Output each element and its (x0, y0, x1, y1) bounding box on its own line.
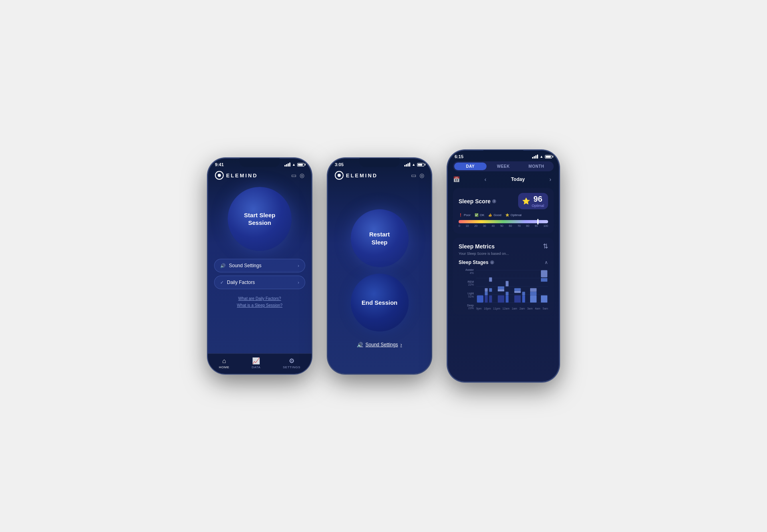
optimal-icon: ⭐ (505, 213, 509, 217)
time-1am: 1am (512, 307, 517, 310)
date-label: Today (511, 177, 525, 182)
wifi-icon-3: ▲ (540, 155, 543, 159)
notch-1 (240, 158, 280, 167)
phone-1: 9:41 ▲ ELEMIND ▭ ◎ (208, 158, 312, 374)
stages-collapse-btn[interactable]: ∧ (544, 260, 548, 265)
ok-icon: ✅ (475, 213, 479, 217)
score-bar-marker (537, 219, 538, 224)
logo-circle-2 (335, 171, 344, 180)
time-10pm: 10pm (484, 307, 491, 310)
chart-labels: Awake 4% REM 22% Light 51% (459, 268, 474, 310)
notch-2 (360, 158, 399, 167)
signal-icon-3 (532, 155, 538, 159)
wifi-icon-2: ▲ (412, 163, 415, 167)
poor-icon: ❗ (459, 213, 463, 217)
bottom-nav-1: ⌂ HOME 📈 DATA ⚙ SETTINGS (208, 353, 312, 374)
time-9pm: 9pm (476, 307, 482, 310)
label-deep: Deep 23% (459, 304, 474, 310)
end-session-button[interactable]: End Session (351, 274, 409, 332)
sound-settings-label: Sound Settings (229, 263, 261, 268)
score-badge: ⭐ 96 Optimal (518, 193, 548, 209)
nav-home[interactable]: ⌂ HOME (219, 357, 229, 369)
phone1-content: Start Sleep Session 🔊 Sound Settings › ✓… (208, 183, 312, 353)
nav-data[interactable]: 📈 DATA (252, 357, 260, 369)
period-week-btn[interactable]: WEEK (487, 163, 520, 170)
app-header-2: ELEMIND ▭ ◎ (328, 169, 431, 183)
score-star-icon: ⭐ (522, 197, 530, 205)
score-bar-track (459, 220, 548, 223)
svg-rect-26 (541, 270, 547, 278)
end-session-label: End Session (362, 299, 397, 306)
phone-2: 3:05 ▲ ELEMIND ▭ ◎ (328, 158, 431, 374)
metrics-title: Sleep Metrics (459, 243, 495, 250)
restart-sleep-button[interactable]: RestartSleep (351, 209, 409, 267)
stages-info-icon[interactable]: i (490, 260, 494, 264)
phone3-content: DAY WEEK MONTH 📅 ‹ Today › Sleep Score (447, 161, 559, 382)
ok-label: OK (480, 213, 485, 217)
app-header-1: ELEMIND ▭ ◎ (208, 169, 312, 183)
sound-settings-button[interactable]: 🔊 Sound Settings › (214, 259, 305, 272)
faq-daily-factors-link[interactable]: What are Daily Factors? (237, 296, 282, 301)
status-icons-2: ▲ (404, 163, 424, 167)
time-2am: 2am (519, 307, 525, 310)
sleep-stages-section: Sleep Stages i ∧ Awake 4% (459, 260, 548, 310)
score-title-text: Sleep Score (459, 198, 491, 204)
time-12am: 12am (503, 307, 510, 310)
stages-title: Sleep Stages i (459, 260, 494, 265)
period-month-btn[interactable]: MONTH (520, 163, 552, 170)
score-legend: ❗ Poor ✅ OK 👍 Good ⭐ Op (459, 213, 548, 217)
sound-settings-link-2[interactable]: 🔊 Sound Settings › (357, 342, 402, 347)
battery-icon-3 (545, 155, 552, 159)
nav-settings[interactable]: ⚙ SETTINGS (283, 357, 300, 369)
home-label: HOME (219, 365, 229, 369)
time-11pm: 11pm (493, 307, 501, 310)
svg-rect-12 (498, 286, 504, 289)
battery-header-icon-2: ▭ (411, 172, 416, 179)
time-3am: 3am (527, 307, 533, 310)
chart-bars-area: 9pm 10pm 11pm 12am 1am 2am 3am 4am 5am (476, 268, 548, 310)
time-2: 3:05 (335, 162, 344, 167)
svg-rect-5 (477, 296, 483, 303)
svg-rect-19 (514, 291, 521, 293)
score-bar-nums: 0 10 20 30 40 50 60 70 80 90 100 (459, 224, 548, 227)
stages-chart-svg (476, 268, 548, 304)
daily-factors-button[interactable]: ✓ Daily Factors › (214, 276, 305, 289)
sound-settings-arrow: › (298, 263, 299, 268)
poor-label: Poor (464, 213, 471, 217)
score-info-icon[interactable]: i (492, 199, 496, 203)
date-nav: 📅 ‹ Today › (453, 175, 554, 183)
start-sleep-button[interactable]: Start Sleep Session (228, 187, 292, 251)
sound-link-arrow: › (400, 342, 402, 347)
legend-optimal: ⭐ Optimal (505, 213, 522, 217)
svg-rect-22 (522, 296, 525, 303)
svg-rect-6 (485, 288, 488, 292)
battery-icon-2 (417, 163, 424, 167)
sound-link-icon: 🔊 (357, 342, 363, 347)
headphone-icon-2: ◎ (419, 172, 424, 179)
headphone-icon: ◎ (300, 172, 304, 179)
time-labels: 9pm 10pm 11pm 12am 1am 2am 3am 4am 5am (476, 307, 548, 310)
sleep-score-card: Sleep Score i ⭐ 96 Optimal (453, 188, 554, 234)
svg-rect-18 (514, 288, 521, 291)
status-icons-1: ▲ (284, 163, 304, 167)
svg-rect-13 (498, 289, 504, 291)
faq-sleep-session-link[interactable]: What is a Sleep Session? (237, 303, 282, 308)
header-icons-2: ▭ ◎ (411, 172, 424, 179)
calendar-icon[interactable]: 📅 (453, 176, 460, 183)
stages-header: Sleep Stages i ∧ (459, 260, 548, 265)
svg-rect-15 (506, 281, 509, 287)
date-next-btn[interactable]: › (547, 175, 554, 183)
metrics-filter-icon[interactable]: ⇅ (543, 242, 548, 250)
daily-factors-label: Daily Factors (227, 280, 255, 285)
period-day-btn[interactable]: DAY (454, 163, 487, 170)
score-optimal-label: Optimal (532, 204, 544, 208)
restart-sleep-label: RestartSleep (369, 230, 390, 246)
settings-icon: ⚙ (289, 357, 294, 365)
time-1: 9:41 (215, 162, 224, 167)
svg-rect-9 (489, 278, 492, 282)
svg-rect-23 (530, 288, 537, 292)
svg-rect-16 (506, 292, 509, 296)
stages-title-text: Sleep Stages (459, 260, 489, 265)
signal-icon (284, 163, 290, 167)
date-prev-btn[interactable]: ‹ (482, 175, 489, 183)
